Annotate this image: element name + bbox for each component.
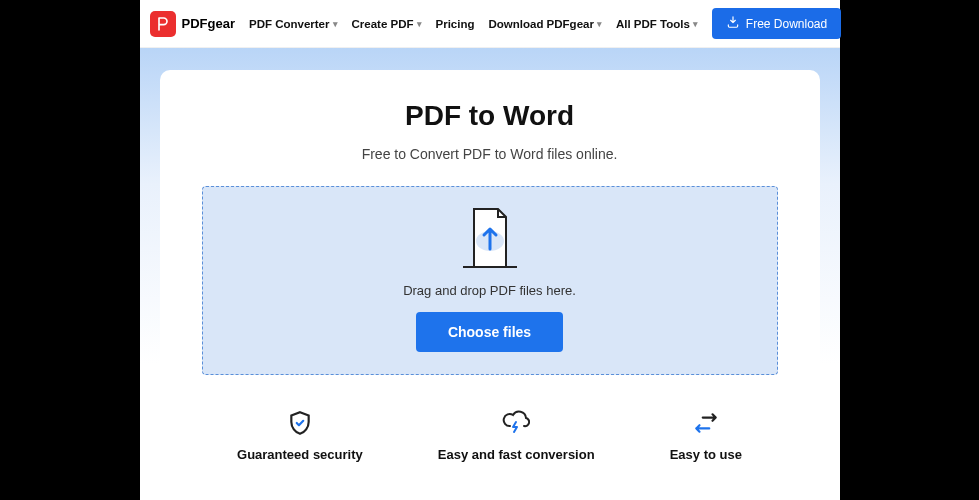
nav-label: Download PDFgear <box>488 18 593 30</box>
chevron-down-icon: ▾ <box>417 19 422 29</box>
upload-icon <box>461 205 519 273</box>
arrows-icon <box>692 409 720 437</box>
nav-all-pdf-tools[interactable]: All PDF Tools ▾ <box>616 18 698 30</box>
page: PDFgear PDF Converter ▾ Create PDF ▾ Pri… <box>140 0 840 500</box>
free-download-button[interactable]: Free Download <box>712 8 841 39</box>
file-dropzone[interactable]: Drag and drop PDF files here. Choose fil… <box>202 186 778 375</box>
main-nav: PDF Converter ▾ Create PDF ▾ Pricing Dow… <box>249 18 698 30</box>
nav-label: Pricing <box>436 18 475 30</box>
choose-files-button[interactable]: Choose files <box>416 312 563 352</box>
feature-conversion: Easy and fast conversion <box>438 409 595 462</box>
main-card: PDF to Word Free to Convert PDF to Word … <box>160 70 820 482</box>
cloud-bolt-icon <box>502 409 530 437</box>
hero-section: PDF to Word Free to Convert PDF to Word … <box>140 48 840 500</box>
button-label: Choose files <box>448 324 531 340</box>
feature-security: Guaranteed security <box>237 409 363 462</box>
feature-easy: Easy to use <box>670 409 742 462</box>
nav-create-pdf[interactable]: Create PDF ▾ <box>352 18 422 30</box>
nav-pricing[interactable]: Pricing <box>436 18 475 30</box>
logo-icon <box>150 11 176 37</box>
nav-pdf-converter[interactable]: PDF Converter ▾ <box>249 18 338 30</box>
feature-label: Easy to use <box>670 447 742 462</box>
feature-label: Easy and fast conversion <box>438 447 595 462</box>
features-row: Guaranteed security Easy and fast conver… <box>190 391 790 462</box>
page-subtitle: Free to Convert PDF to Word files online… <box>190 146 790 162</box>
shield-icon <box>286 409 314 437</box>
dropzone-hint: Drag and drop PDF files here. <box>403 283 576 298</box>
chevron-down-icon: ▾ <box>597 19 602 29</box>
chevron-down-icon: ▾ <box>333 19 338 29</box>
download-icon <box>726 15 740 32</box>
button-label: Free Download <box>746 17 827 31</box>
brand-logo[interactable]: PDFgear <box>150 11 235 37</box>
nav-label: All PDF Tools <box>616 18 690 30</box>
nav-label: PDF Converter <box>249 18 330 30</box>
nav-download-pdfgear[interactable]: Download PDFgear ▾ <box>488 18 601 30</box>
header: PDFgear PDF Converter ▾ Create PDF ▾ Pri… <box>140 0 840 48</box>
feature-label: Guaranteed security <box>237 447 363 462</box>
page-title: PDF to Word <box>190 100 790 132</box>
chevron-down-icon: ▾ <box>693 19 698 29</box>
brand-name: PDFgear <box>182 16 235 31</box>
nav-label: Create PDF <box>352 18 414 30</box>
